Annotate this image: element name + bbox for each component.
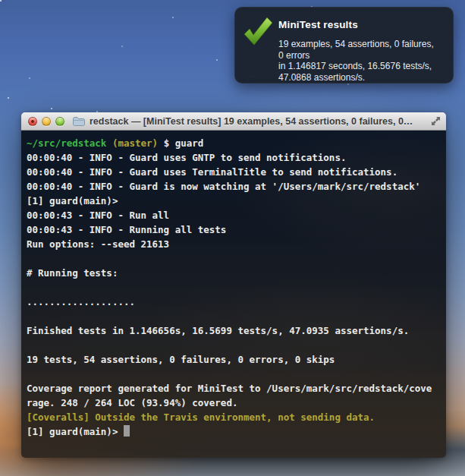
terminal-text: rage. 248 / 264 LOC (93.94%) covered. <box>27 397 237 408</box>
terminal-line: 00:00:43 - INFO - Run all <box>27 208 446 222</box>
terminal-text: $ guard <box>158 137 203 149</box>
terminal-line: 00:00:40 - INFO - Guard is now watching … <box>27 179 446 194</box>
terminal-titlebar[interactable]: redstack — [MiniTest results] 19 example… <box>21 112 446 131</box>
terminal-text: 19 tests, 54 assertions, 0 failures, 0 e… <box>27 354 335 365</box>
notification-body-line: in 1.146817 seconds, 16.5676 tests/s, <box>278 61 446 72</box>
fullscreen-icon[interactable] <box>431 116 441 126</box>
zoom-button[interactable] <box>55 117 64 126</box>
terminal-window: redstack — [MiniTest results] 19 example… <box>21 112 446 458</box>
window-title: redstack — [MiniTest results] 19 example… <box>90 116 428 127</box>
notification-body: 19 examples, 54 assertions, 0 failures,0… <box>278 39 446 83</box>
terminal-text: 00:00:40 - INFO - Guard uses GNTP to sen… <box>27 152 346 163</box>
terminal-text: [1] guard(main)> <box>27 426 124 437</box>
terminal-text: Run options: --seed 21613 <box>27 238 169 250</box>
terminal-line: # Running tests: <box>27 266 446 280</box>
terminal-cursor <box>124 425 130 437</box>
terminal-line: ~/src/redstack (master) $ guard <box>27 136 446 150</box>
terminal-line: Run options: --seed 21613 <box>27 237 446 251</box>
terminal-text: 00:00:40 - INFO - Guard is now watching … <box>27 181 420 192</box>
terminal-text: (master) <box>112 137 158 149</box>
close-button[interactable] <box>28 117 37 126</box>
terminal-line: rage. 248 / 264 LOC (93.94%) covered. <box>27 396 446 410</box>
terminal-line: [1] guard(main)> <box>27 424 446 439</box>
terminal-output[interactable]: ~/src/redstack (master) $ guard00:00:40 … <box>21 131 446 458</box>
terminal-line: ................... <box>27 295 446 309</box>
terminal-text: 00:00:43 - INFO - Run all <box>27 210 169 221</box>
notification-body-line: 47.0868 assertions/s. <box>278 72 446 84</box>
terminal-line: 19 tests, 54 assertions, 0 failures, 0 e… <box>27 352 446 367</box>
terminal-line <box>27 280 446 295</box>
terminal-line <box>27 338 446 352</box>
terminal-line: 00:00:40 - INFO - Guard uses GNTP to sen… <box>27 150 446 165</box>
terminal-line: 00:00:43 - INFO - Running all tests <box>27 222 446 237</box>
terminal-line <box>27 251 446 266</box>
folder-icon <box>72 116 85 126</box>
notification-popup[interactable]: MiniTest results 19 examples, 54 asserti… <box>234 7 454 84</box>
terminal-line: [Coveralls] Outside the Travis environme… <box>27 410 446 424</box>
terminal-text: # Running tests: <box>27 267 118 279</box>
notification-body-line: 0 errors <box>278 50 446 61</box>
terminal-text: 00:00:43 - INFO - Running all tests <box>27 224 226 235</box>
terminal-text: Finished tests in 1.146656s, 16.5699 tes… <box>27 325 409 336</box>
terminal-line: Finished tests in 1.146656s, 16.5699 tes… <box>27 323 446 338</box>
minimize-button[interactable] <box>42 117 51 126</box>
terminal-line <box>27 367 446 381</box>
checkmark-icon <box>242 16 274 46</box>
terminal-text: [1] guard(main)> <box>27 195 118 206</box>
terminal-text: Coverage report generated for MiniTest t… <box>27 383 432 394</box>
terminal-text: ................... <box>27 296 135 307</box>
terminal-line: 00:00:40 - INFO - Guard uses TerminalTit… <box>27 165 446 179</box>
terminal-text: 00:00:40 - INFO - Guard uses TerminalTit… <box>27 166 397 178</box>
notification-body-line: 19 examples, 54 assertions, 0 failures, <box>278 39 446 50</box>
terminal-line: [1] guard(main)> <box>27 194 446 208</box>
terminal-text: [Coveralls] Outside the Travis environme… <box>27 411 375 423</box>
terminal-line: Coverage report generated for MiniTest t… <box>27 381 446 396</box>
notification-title: MiniTest results <box>278 19 358 30</box>
terminal-text: ~/src/redstack <box>27 137 112 149</box>
terminal-line <box>27 309 446 323</box>
